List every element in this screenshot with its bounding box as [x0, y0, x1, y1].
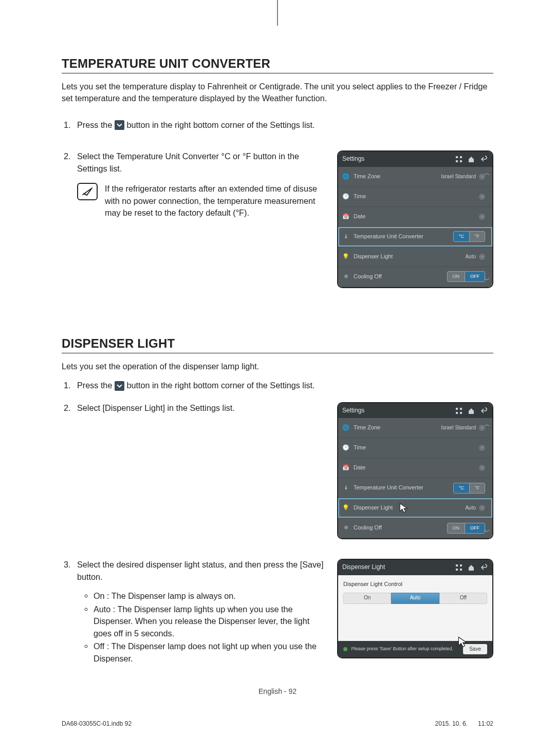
scroll-up-icon[interactable]: ︿: [484, 169, 490, 178]
home-icon[interactable]: [467, 563, 476, 572]
grid-icon[interactable]: [454, 155, 464, 163]
scroll-up-icon[interactable]: ︿: [484, 420, 490, 429]
row-time[interactable]: Time: [354, 444, 475, 452]
row-time[interactable]: Time: [354, 193, 475, 201]
cursor-icon: [457, 636, 470, 648]
section1-intro: Lets you set the temperature display to …: [62, 81, 493, 105]
row-date[interactable]: Date: [354, 464, 475, 472]
svg-rect-4: [456, 408, 458, 410]
section2-step3-text: Select the desired dispenser light statu…: [77, 560, 324, 581]
row-dl-value: Auto: [465, 504, 476, 512]
snowflake-icon: ❄: [342, 524, 349, 532]
svg-rect-2: [456, 160, 458, 162]
section2-step1a: Press the: [77, 381, 112, 390]
temp-unit-toggle[interactable]: °C °F: [453, 231, 485, 242]
snowflake-icon: ❄: [342, 273, 349, 281]
panel-title: Settings: [342, 406, 451, 415]
cooling-off[interactable]: OFF: [465, 272, 485, 281]
row-cooling-off[interactable]: Cooling Off: [354, 524, 443, 532]
row-tuc[interactable]: Temperature Unit Converter: [354, 233, 449, 241]
section-title-temperature: TEMPERATURE UNIT CONVERTER: [62, 56, 493, 73]
section2-intro: Lets you set the operation of the dispen…: [62, 361, 493, 372]
row-timezone-value: Israel Standard: [441, 173, 476, 181]
svg-rect-7: [460, 412, 462, 414]
temp-unit-f[interactable]: °F: [470, 483, 485, 493]
dl-panel-title: Dispenser Light: [342, 563, 451, 572]
scroll-down-icon[interactable]: ﹀: [484, 527, 490, 536]
dl-segmented-control[interactable]: On Auto Off: [343, 593, 487, 604]
home-icon[interactable]: [467, 155, 476, 163]
svg-rect-6: [456, 412, 458, 414]
dl-option-auto[interactable]: Auto: [391, 593, 439, 604]
chevron-right-icon: ›: [479, 254, 485, 260]
svg-rect-0: [456, 156, 458, 158]
settings-panel-a: Settings ︿ 🌐 Time Zone Israel St: [337, 150, 493, 288]
row-timezone-value: Israel Standard: [441, 424, 476, 432]
bulb-icon: 💡: [342, 253, 349, 261]
svg-rect-9: [460, 564, 462, 566]
grid-icon[interactable]: [454, 563, 464, 572]
svg-rect-5: [460, 408, 462, 410]
chevron-right-icon: ›: [479, 445, 485, 451]
chevron-right-icon: ›: [479, 505, 485, 511]
chevron-right-icon: ›: [479, 194, 485, 200]
row-dispenser-light[interactable]: Dispenser Light: [354, 253, 461, 261]
row-timezone[interactable]: Time Zone: [354, 173, 437, 181]
section2-step1: Press the button in the right bottom cor…: [73, 380, 493, 391]
bullet-auto: Auto : The Dispenser lamp lights up when…: [94, 603, 325, 639]
section1-step2: Select the Temperature Unit Converter °C…: [73, 150, 493, 288]
cooling-on[interactable]: ON: [448, 523, 466, 533]
svg-rect-10: [456, 569, 458, 571]
bullet-on: On : The Dispenser lamp is always on.: [94, 590, 325, 602]
row-timezone[interactable]: Time Zone: [354, 424, 437, 432]
cooling-off[interactable]: OFF: [465, 523, 485, 533]
clock-icon: 🕑: [342, 444, 349, 452]
temp-unit-f[interactable]: °F: [470, 232, 485, 241]
section2-step1b: button in the right bottom corner of the…: [126, 381, 314, 390]
row-cooling-off[interactable]: Cooling Off: [354, 273, 443, 281]
section2-step2: Select [Dispenser Light] in the Settings…: [73, 402, 493, 539]
section1-step1a: Press the: [77, 120, 112, 129]
cooling-off-toggle[interactable]: ON OFF: [447, 523, 486, 534]
section-title-dispenser: DISPENSER LIGHT: [62, 336, 493, 353]
note-icon: [77, 183, 98, 200]
calendar-icon: 📅: [342, 464, 349, 472]
row-date[interactable]: Date: [354, 213, 475, 221]
back-icon[interactable]: [479, 563, 488, 572]
grid-icon[interactable]: [454, 407, 464, 415]
row-tuc[interactable]: Temperature Unit Converter: [354, 484, 449, 492]
doc-timestamp: 2015. 10. 6. 11:02: [435, 720, 493, 727]
section1-step2-text: Select the Temperature Unit Converter °C…: [77, 152, 299, 173]
thermometer-icon: 🌡: [342, 233, 349, 241]
page-number: English - 92: [62, 687, 493, 695]
svg-rect-8: [456, 564, 458, 566]
down-chevron-button-icon: [115, 381, 124, 391]
temp-unit-c[interactable]: °C: [454, 483, 470, 493]
row-dl-value: Auto: [465, 253, 476, 261]
doc-id: DA68-03055C-01.indb 92: [62, 720, 132, 727]
cursor-icon: [399, 502, 410, 514]
section2-step3: Select the desired dispenser light statu…: [73, 559, 493, 666]
settings-panel-b: Settings ︿ 🌐 Time Zone Israel St: [337, 402, 493, 539]
section1-note: If the refrigerator restarts after an ex…: [105, 183, 325, 219]
temp-unit-c[interactable]: °C: [454, 232, 470, 241]
dl-option-off[interactable]: Off: [439, 593, 487, 604]
clock-icon: 🕑: [342, 193, 349, 201]
chevron-right-icon: ›: [479, 465, 485, 471]
dl-option-on[interactable]: On: [343, 593, 391, 604]
back-icon[interactable]: [479, 407, 488, 415]
home-icon[interactable]: [467, 407, 476, 415]
temp-unit-toggle[interactable]: °C °F: [453, 483, 485, 494]
back-icon[interactable]: [479, 155, 488, 163]
svg-rect-1: [460, 156, 462, 158]
bulb-icon: 💡: [342, 504, 349, 512]
svg-rect-3: [460, 160, 462, 162]
cooling-on[interactable]: ON: [448, 272, 466, 281]
globe-icon: 🌐: [342, 424, 349, 432]
cooling-off-toggle[interactable]: ON OFF: [447, 271, 486, 282]
section1-step1: Press the button in the right bottom cor…: [73, 119, 493, 131]
globe-icon: 🌐: [342, 173, 349, 181]
scroll-down-icon[interactable]: ﹀: [484, 276, 490, 285]
panel-title: Settings: [342, 155, 451, 163]
page-top-tick: [278, 0, 278, 26]
